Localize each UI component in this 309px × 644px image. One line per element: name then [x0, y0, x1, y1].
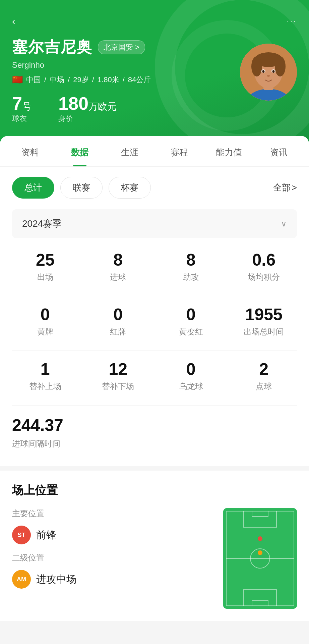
divider-1: [12, 296, 297, 296]
stat-goals: 8 进球: [85, 252, 151, 282]
stat-penalties: 2 点球: [231, 361, 297, 392]
player-position: 中场: [50, 75, 64, 85]
player-info-left: 塞尔吉尼奥 北京国安 > Serginho 🇨🇳 中国 / 中场 / 29岁 /…: [12, 37, 240, 124]
season-text: 2024赛季: [22, 217, 62, 230]
stats-section-1: 25 出场 8 进球 8 助攻 0.6 场均积分: [12, 252, 297, 282]
stat-sub-in: 1 替补上场: [12, 361, 78, 392]
player-avatar: [240, 44, 297, 101]
stats-section-3: 1 替补上场 12 替补下场 0 乌龙球 2 点球: [12, 361, 297, 392]
market-value: 180万欧元: [58, 94, 117, 112]
flag-icon: 🇨🇳: [12, 74, 23, 85]
tab-saicheng[interactable]: 赛程: [154, 136, 204, 166]
position-content: 主要位置 ST 前锋 二级位置 AM 进攻中场: [12, 508, 297, 609]
stats-grid-3: 1 替补上场 12 替补下场 0 乌龙球 2 点球: [12, 361, 297, 392]
chevron-down-icon: ∨: [281, 219, 287, 228]
pitch-goal-bottom: [252, 600, 268, 606]
team-badge[interactable]: 北京国安 >: [98, 40, 145, 54]
secondary-position-name: 进攻中场: [36, 573, 76, 586]
player-height: 1.80米: [98, 75, 119, 85]
filter-all[interactable]: 全部 >: [273, 182, 297, 194]
special-stat: 244.37 进球间隔时间: [12, 416, 297, 449]
position-dot-primary: [258, 536, 262, 541]
player-age: 29岁: [73, 75, 88, 85]
tabs-container: 资料 数据 生涯 赛程 能力值 资讯: [0, 136, 309, 167]
player-stats-row: 7号 球衣 180万欧元 身价: [12, 94, 240, 124]
divider-3: [12, 405, 297, 406]
primary-position-label: 主要位置: [12, 508, 210, 519]
main-content: 总计 联赛 杯赛 全部 > 2024赛季 ∨ 25 出场 8 进球 8 助攻: [0, 167, 309, 466]
stat-avg-score: 0.6 场均积分: [231, 252, 297, 282]
stat-red-cards: 0 红牌: [85, 306, 151, 337]
stat-total-time: 1955 出场总时间: [231, 306, 297, 337]
svg-point-9: [262, 70, 265, 73]
football-pitch: [223, 508, 297, 609]
player-latin-name: Serginho: [12, 60, 240, 70]
hero-section: ‹ ··· 塞尔吉尼奥 北京国安 > Serginho 🇨🇳 中国 / 中场 /…: [0, 0, 309, 144]
market-value-group: 180万欧元 身价: [58, 94, 117, 124]
filter-league[interactable]: 联赛: [60, 177, 103, 199]
avatar-image: [240, 44, 297, 101]
jersey-number-group: 7号 球衣: [12, 94, 32, 124]
primary-position-name: 前锋: [36, 528, 56, 542]
jersey-number: 7号: [12, 94, 32, 112]
player-country: 中国: [26, 75, 41, 85]
player-name-row: 塞尔吉尼奥 北京国安 >: [12, 37, 240, 58]
tab-nenglizhi[interactable]: 能力值: [204, 136, 254, 166]
filter-bar: 总计 联赛 杯赛 全部 >: [12, 177, 297, 199]
stat-appearances: 25 出场: [12, 252, 78, 282]
stat-assists: 8 助攻: [158, 252, 224, 282]
position-dot-secondary: [258, 550, 262, 555]
svg-point-10: [272, 70, 275, 73]
divider-2: [12, 351, 297, 351]
tab-zixun[interactable]: 资讯: [254, 136, 304, 166]
secondary-position-badge: AM: [12, 570, 31, 589]
stats-grid-1: 25 出场 8 进球 8 助攻 0.6 场均积分: [12, 252, 297, 282]
season-selector[interactable]: 2024赛季 ∨: [12, 209, 297, 238]
primary-position-tag: ST 前锋: [12, 526, 210, 544]
stats-section-2: 0 黄牌 0 红牌 0 黄变红 1955 出场总时间: [12, 306, 297, 337]
tab-shengya[interactable]: 生涯: [105, 136, 154, 166]
secondary-position-tag: AM 进攻中场: [12, 570, 210, 589]
stat-yellow-to-red: 0 黄变红: [158, 306, 224, 337]
stat-sub-out: 12 替补下场: [85, 361, 151, 392]
position-section: 场上位置 主要位置 ST 前锋 二级位置 AM 进攻中场: [0, 466, 309, 621]
tabs: 资料 数据 生涯 赛程 能力值 资讯: [0, 136, 309, 167]
stat-yellow-cards: 0 黄牌: [12, 306, 78, 337]
svg-point-6: [275, 56, 286, 76]
more-button[interactable]: ···: [287, 17, 297, 26]
nav-bar: ‹ ···: [12, 16, 297, 27]
svg-point-5: [251, 56, 262, 76]
secondary-position-label: 二级位置: [12, 552, 210, 563]
primary-position-badge: ST: [12, 526, 31, 544]
stat-own-goals: 0 乌龙球: [158, 361, 224, 392]
position-section-title: 场上位置: [12, 483, 297, 498]
stats-grid-2: 0 黄牌 0 红牌 0 黄变红 1955 出场总时间: [12, 306, 297, 337]
pitch-goal-top: [252, 511, 268, 517]
player-meta: 🇨🇳 中国 / 中场 / 29岁 / 1.80米 / 84公斤: [12, 74, 240, 85]
player-weight: 84公斤: [128, 75, 151, 85]
tab-ziliao[interactable]: 资料: [5, 136, 55, 166]
back-button[interactable]: ‹: [12, 16, 15, 27]
player-name: 塞尔吉尼奥: [12, 37, 92, 58]
filter-total[interactable]: 总计: [12, 177, 54, 199]
tab-shuju[interactable]: 数据: [55, 136, 105, 166]
value-label: 身价: [58, 114, 117, 124]
svg-point-11: [267, 75, 270, 77]
filter-cup[interactable]: 杯赛: [109, 177, 151, 199]
player-info-row: 塞尔吉尼奥 北京国安 > Serginho 🇨🇳 中国 / 中场 / 29岁 /…: [12, 37, 297, 124]
position-info: 主要位置 ST 前锋 二级位置 AM 进攻中场: [12, 508, 210, 597]
jersey-label: 球衣: [12, 114, 32, 124]
